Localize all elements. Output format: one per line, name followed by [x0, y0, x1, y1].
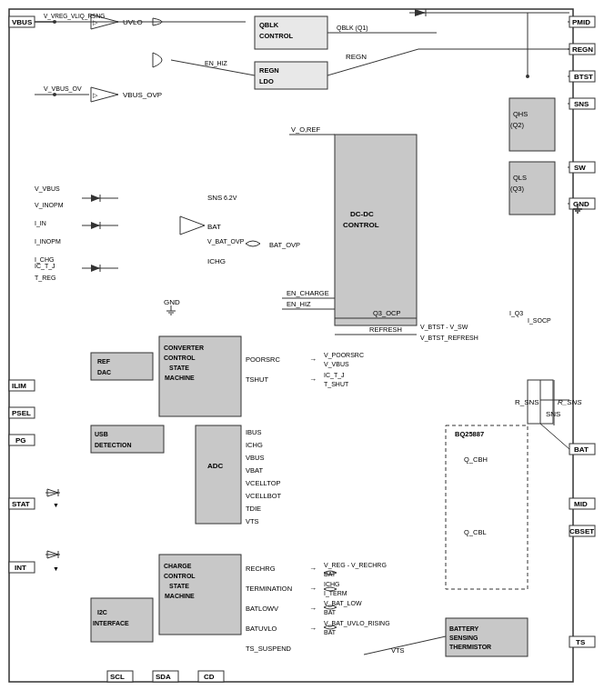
- i2c-block2: INTERFACE: [93, 620, 129, 626]
- sw-label: SW: [574, 164, 586, 172]
- vvbus-ov-label: V_VBUS_OV: [44, 85, 82, 93]
- charge-sm-block2: CONTROL: [164, 573, 196, 579]
- svg-rect-27: [91, 353, 153, 380]
- batlowv-arrow: →: [309, 605, 317, 613]
- isocp-label: I_SOCP: [528, 317, 551, 325]
- tshut-val-label: T_SHUT: [324, 381, 349, 388]
- rsns-symbol: R_SNS: [558, 398, 582, 406]
- vbatovp-label: V_BAT_OVP: [207, 238, 245, 245]
- treg-sig-label: T_REG: [35, 275, 55, 282]
- qblk-control-block: QBLK: [259, 21, 279, 29]
- sns-rsns-label: SNS: [546, 410, 560, 418]
- charge-sm-block3: STATE: [169, 583, 189, 589]
- vbtst-vsw-label: V_BTST - V_SW: [420, 324, 468, 331]
- refresh-label: REFRESH: [369, 325, 402, 334]
- qcbh-label: Q_CBH: [464, 455, 488, 464]
- qblk-net-label: QBLK (Q1): [337, 25, 368, 32]
- ref-dac-block2: DAC: [97, 369, 111, 375]
- svg-rect-23: [335, 135, 417, 325]
- bat-sensing-block2: SENSING: [449, 635, 478, 641]
- i2c-block: I2C: [97, 609, 107, 615]
- ichg-comp-label: ICHG: [207, 257, 226, 265]
- ref-dac-block: REF: [97, 358, 111, 365]
- pg-label: PG: [15, 436, 26, 445]
- termination-out-label: TERMINATION: [246, 585, 292, 593]
- iterm-label: I_TERM: [324, 590, 347, 597]
- vvbus-vliq-label: V_VREG_VLIQ_RSNG: [44, 13, 105, 20]
- int-trans-label: ▼: [53, 565, 59, 572]
- converter-sm-block2: CONTROL: [164, 355, 196, 361]
- qls-block2: (Q3): [510, 185, 525, 193]
- qls-block: QLS: [513, 174, 527, 182]
- psel-label: PSEL: [12, 409, 31, 417]
- qblk-control-block2: CONTROL: [259, 32, 293, 40]
- ichg-adc-label: ICHG: [246, 441, 263, 449]
- bat-batuvlo-label: BAT: [324, 629, 337, 635]
- batovp-label: BAT_OVP: [269, 241, 300, 249]
- int-label: INT: [15, 564, 26, 572]
- dcdc-control-block2: CONTROL: [343, 221, 379, 229]
- tshut-arrow: →: [309, 375, 317, 384]
- svg-rect-25: [91, 425, 164, 453]
- vinopm-sig-label: V_INOPM: [35, 202, 64, 209]
- converter-sm-block3: STATE: [169, 365, 189, 371]
- sns-top-label: SNS: [574, 100, 589, 108]
- bq25887-label: BQ25887: [455, 430, 484, 438]
- ts-suspend-out-label: TS_SUSPEND: [246, 645, 292, 653]
- poorsrc-arrow: →: [309, 355, 317, 364]
- vreg-vrechrg-label: V_REG - V_RECHRG: [324, 562, 387, 569]
- rsns-label: R_SNS: [515, 398, 539, 406]
- batuvlo-arrow: →: [309, 625, 317, 633]
- vts-label: VTS: [391, 646, 405, 655]
- ictj-sig-label: IC_T_J: [35, 263, 55, 270]
- bat-right-label: BAT: [574, 445, 589, 454]
- vbat-adc-label: VBAT: [246, 466, 263, 475]
- usb-detection-block: USB: [95, 431, 108, 437]
- gnd-label: GND: [573, 200, 589, 208]
- vbtst-refresh-label: V_BTST_REFRESH: [420, 335, 478, 342]
- stat-label: STAT: [12, 500, 30, 508]
- iin-sig-label: I_IN: [35, 220, 46, 227]
- svg-rect-26: [196, 425, 241, 524]
- voref-label: V_O,REF: [291, 125, 321, 134]
- ictj-label: IC_T_J: [324, 372, 345, 379]
- scl-label: SCL: [110, 673, 125, 681]
- stat-trans-label: ▼: [53, 502, 59, 508]
- mid-label: MID: [574, 500, 588, 508]
- vpoorsrc-label: V_POORSRC: [324, 352, 364, 359]
- tshut-out-label: TSHUT: [246, 375, 268, 384]
- qhs-block: QHS: [513, 110, 528, 118]
- ichg-term-label: ICHG: [324, 581, 340, 587]
- tdie-adc-label: TDIE: [246, 505, 261, 513]
- svg-point-68: [53, 93, 56, 96]
- vcelltop-adc-label: VCELLTOP: [246, 479, 281, 487]
- bat-sensing-block3: THERMISTOR: [449, 644, 491, 650]
- charge-sm-block4: MACHINE: [165, 593, 195, 599]
- qhs-block2: (Q2): [510, 121, 525, 129]
- adc-block: ADC: [207, 462, 224, 470]
- bat-comp-label: BAT: [207, 223, 221, 231]
- svg-point-67: [53, 20, 56, 24]
- sda-label: SDA: [156, 673, 171, 681]
- vcellbot-adc-label: VCELLBOT: [246, 492, 282, 500]
- charge-sm-block: CHARGE: [164, 563, 192, 569]
- ichg-sig-label: I_CHG: [35, 256, 54, 264]
- sns-comp-label: SNS: [207, 194, 222, 202]
- iinopm-sig-label: I_INOPM: [35, 238, 61, 245]
- usb-detection-block2: DETECTION: [95, 442, 131, 448]
- qcbl-label: Q_CBL: [464, 528, 487, 536]
- q3-ocp-label: Q3_OCP: [373, 309, 400, 317]
- dcdc-control-block: DC-DC: [350, 210, 374, 218]
- bat-batlowv-label: BAT: [324, 609, 337, 615]
- converter-sm-block4: MACHINE: [165, 375, 195, 381]
- ibus-adc-label: IBUS: [246, 428, 262, 436]
- bat-sensing-block: BATTERY: [449, 625, 479, 632]
- ilim-label: ILIM: [12, 382, 26, 390]
- regn-ldo-block: REGN: [259, 66, 279, 75]
- enhiz-label: EN_HIZ: [205, 60, 228, 67]
- vts-adc-label: VTS: [246, 517, 259, 525]
- poorsrc-out-label: POORSRC: [246, 355, 281, 364]
- regn-ldo-block2: LDO: [259, 77, 274, 85]
- block-diagram: VBUS PMID REGN BTST SNS SW GND BAT MID C…: [0, 0, 604, 700]
- batuvlo-out-label: BATUVLO: [246, 625, 277, 633]
